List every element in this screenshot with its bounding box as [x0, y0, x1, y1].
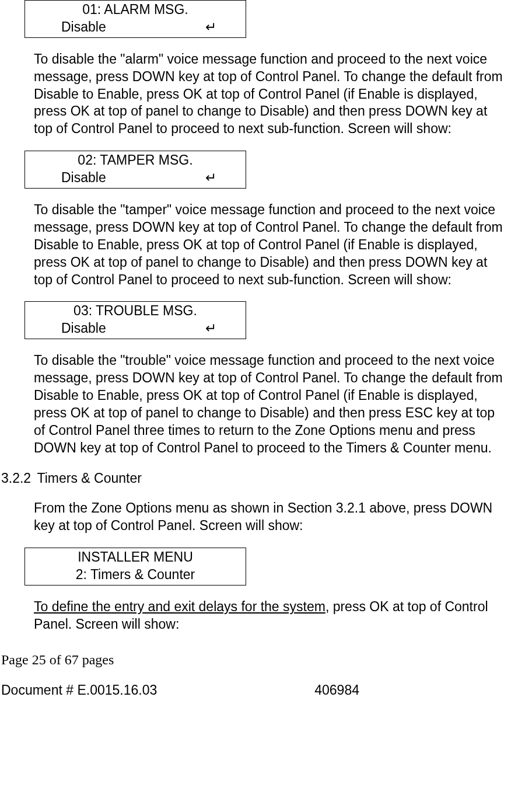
footer-document-info: Document # E.0015.16.03 406984 [1, 682, 518, 699]
lcd-display-installer-menu: INSTALLER MENU 2: Timers & Counter [24, 548, 246, 586]
footer-page-number: Page 25 of 67 pages [1, 651, 518, 669]
lcd-line2: Disable ↵ [25, 19, 246, 36]
lcd-line2: 2: Timers & Counter [25, 566, 246, 584]
lcd-line2: Disable ↵ [25, 320, 246, 337]
lcd-line1: 02: TAMPER MSG. [25, 152, 246, 169]
lcd-display-trouble: 03: TROUBLE MSG. Disable ↵ [24, 301, 246, 339]
section-number: 3.2.2 [1, 471, 31, 486]
return-icon: ↵ [205, 169, 216, 187]
lcd-line1: INSTALLER MENU [25, 549, 246, 566]
section-title: Timers & Counter [37, 471, 142, 486]
paragraph-tamper: To disable the "tamper" voice message fu… [34, 201, 509, 288]
paragraph-timers-intro: From the Zone Options menu as shown in S… [34, 500, 509, 535]
return-icon: ↵ [205, 19, 216, 36]
lcd-line1: 01: ALARM MSG. [25, 1, 246, 19]
paragraph-alarm: To disable the "alarm" voice message fun… [34, 51, 509, 138]
underlined-text: To define the entry and exit delays for … [34, 599, 326, 614]
lcd-line2: Disable ↵ [25, 169, 246, 187]
section-heading: 3.2.2 Timers & Counter [1, 470, 509, 487]
lcd-status: Disable [61, 169, 106, 187]
document-id: Document # E.0015.16.03 [1, 682, 157, 699]
lcd-status: Disable [61, 320, 106, 337]
return-icon: ↵ [205, 320, 216, 337]
paragraph-define-delays: To define the entry and exit delays for … [34, 598, 509, 633]
lcd-line1: 03: TROUBLE MSG. [25, 302, 246, 320]
lcd-display-tamper: 02: TAMPER MSG. Disable ↵ [24, 151, 246, 189]
lcd-display-alarm: 01: ALARM MSG. Disable ↵ [24, 0, 246, 38]
document-number: 406984 [314, 682, 359, 699]
lcd-status: Disable [61, 19, 106, 36]
paragraph-trouble: To disable the "trouble" voice message f… [34, 352, 509, 456]
